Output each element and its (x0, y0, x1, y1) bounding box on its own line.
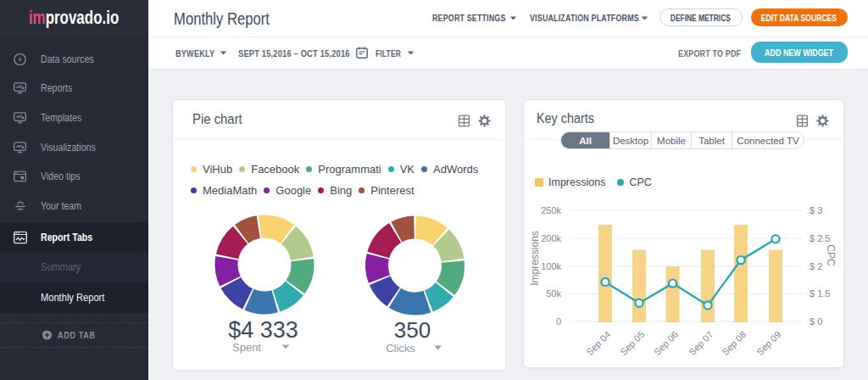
svg-text:Sep 06: Sep 06 (652, 329, 680, 357)
svg-text:$ 3: $ 3 (810, 205, 822, 215)
svg-text:100k: 100k (541, 261, 561, 271)
svg-text:250k: 250k (541, 205, 561, 215)
svg-text:$ 1.5: $ 1.5 (810, 288, 830, 299)
svg-text:200k: 200k (541, 233, 561, 243)
svg-text:Sep 09: Sep 09 (754, 329, 782, 357)
svg-text:Impressions: Impressions (529, 231, 541, 286)
svg-text:$ 2: $ 2 (810, 261, 822, 271)
svg-text:Sep 04: Sep 04 (584, 329, 612, 357)
svg-text:$ 2.5: $ 2.5 (810, 233, 830, 243)
svg-text:Sep 08: Sep 08 (720, 329, 748, 357)
svg-text:50k: 50k (546, 288, 561, 299)
svg-text:0: 0 (556, 316, 561, 327)
svg-text:Sep 05: Sep 05 (618, 329, 646, 357)
svg-text:CPC: CPC (825, 244, 837, 266)
svg-text:Sep 07: Sep 07 (687, 329, 715, 357)
svg-text:$ 0: $ 0 (810, 316, 822, 327)
